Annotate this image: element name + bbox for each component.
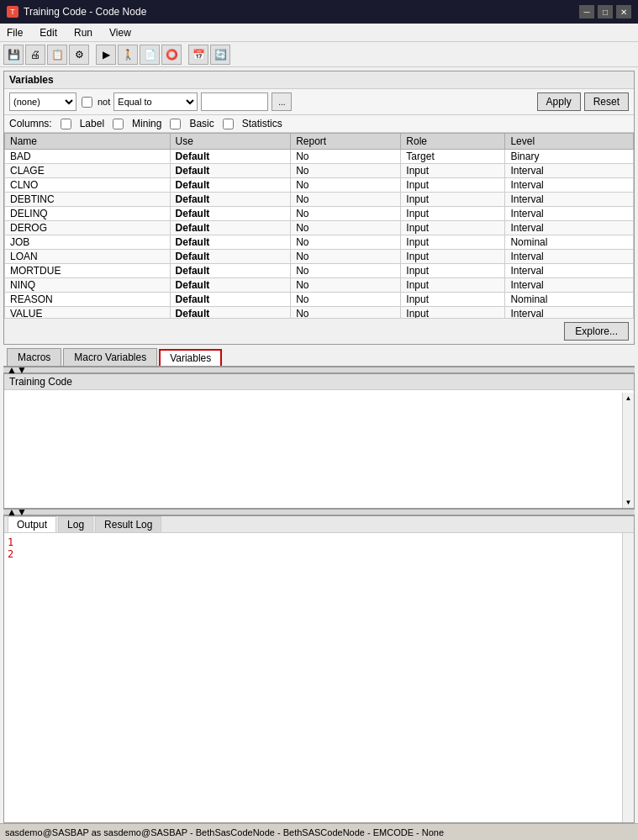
col-use[interactable]: Use (170, 134, 291, 150)
table-cell: Interval (505, 307, 634, 319)
table-cell: Input (401, 178, 505, 193)
reset-button[interactable]: Reset (584, 92, 629, 111)
toolbar-new[interactable]: 📄 (140, 45, 160, 65)
training-code-header: Training Code (4, 374, 634, 390)
toolbar-stop[interactable]: ⭕ (161, 45, 182, 65)
table-cell: Default (170, 221, 291, 235)
menu-run[interactable]: Run (71, 25, 96, 40)
table-cell: DEROG (5, 221, 171, 235)
table-row[interactable]: VALUEDefaultNoInputInterval (5, 307, 634, 319)
label-checkbox[interactable] (61, 119, 71, 129)
toolbar-save[interactable]: 💾 (3, 45, 24, 65)
minimize-button[interactable]: ─ (579, 5, 594, 18)
title-bar: T Training Code - Code Node ─ □ ✕ (0, 0, 638, 24)
table-cell: CLNO (5, 178, 171, 193)
output-scrollbar[interactable] (622, 533, 634, 822)
toolbar-run[interactable]: ▶ (96, 45, 116, 65)
toolbar-settings[interactable]: ⚙ (69, 45, 89, 65)
table-row[interactable]: MORTDUEDefaultNoInputInterval (5, 264, 634, 278)
table-cell: Input (401, 250, 505, 264)
col-report[interactable]: Report (291, 134, 401, 150)
table-row[interactable]: CLAGEDefaultNoInputInterval (5, 164, 634, 178)
table-cell: Interval (505, 250, 634, 264)
output-tab-output[interactable]: Output (8, 516, 56, 532)
statistics-checkbox[interactable] (223, 119, 234, 129)
table-cell: Input (401, 235, 505, 250)
table-cell: No (291, 264, 401, 278)
table-row[interactable]: NINQDefaultNoInputInterval (5, 278, 634, 293)
status-bar: sasdemo@SASBAP as sasdemo@SASBAP - BethS… (0, 823, 638, 840)
table-cell: Input (401, 264, 505, 278)
table-row[interactable]: DEBTINCDefaultNoInputInterval (5, 193, 634, 207)
tab-macros[interactable]: Macros (7, 348, 61, 366)
output-tab-result-log[interactable]: Result Log (95, 516, 161, 532)
output-tabs-row: Output Log Result Log (4, 516, 634, 533)
filter-dots-button[interactable]: ... (272, 92, 292, 111)
table-cell: No (291, 307, 401, 319)
training-code-scrollbar[interactable]: ▲ ▼ (622, 393, 634, 508)
col-level[interactable]: Level (505, 134, 634, 150)
toolbar-print[interactable]: 🖨 (25, 45, 45, 65)
output-tab-log[interactable]: Log (58, 516, 93, 532)
table-cell: JOB (5, 235, 171, 250)
table-cell: Default (170, 293, 291, 307)
col-role[interactable]: Role (401, 134, 505, 150)
table-cell: Input (401, 221, 505, 235)
table-cell: Interval (505, 264, 634, 278)
tab-variables[interactable]: Variables (159, 349, 222, 366)
table-row[interactable]: DELINQDefaultNoInputInterval (5, 207, 634, 221)
basic-checkbox[interactable] (170, 119, 181, 129)
training-code-editor[interactable] (4, 390, 634, 508)
mining-checkbox[interactable] (113, 119, 124, 129)
menu-view[interactable]: View (106, 25, 134, 40)
toolbar-calendar[interactable]: 📅 (188, 45, 208, 65)
table-row[interactable]: CLNODefaultNoInputInterval (5, 178, 634, 193)
table-cell: Default (170, 164, 291, 178)
table-row[interactable]: JOBDefaultNoInputNominal (5, 235, 634, 250)
table-cell: BAD (5, 150, 171, 164)
menu-file[interactable]: File (3, 25, 26, 40)
table-row[interactable]: BADDefaultNoTargetBinary (5, 150, 634, 164)
mining-check-label: Mining (132, 118, 161, 129)
table-cell: No (291, 207, 401, 221)
table-cell: Default (170, 193, 291, 207)
training-code-section: Training Code ▲ ▼ (3, 373, 635, 509)
explore-button[interactable]: Explore... (564, 322, 629, 341)
variables-table: Name Use Report Role Level BADDefaultNoT… (4, 133, 634, 318)
pane-divider-top[interactable]: ▲▼ (3, 367, 635, 373)
toolbar-copy[interactable]: 📋 (47, 45, 67, 65)
filter-value-input[interactable] (201, 92, 268, 111)
toolbar-refresh[interactable]: 🔄 (210, 45, 230, 65)
table-row[interactable]: DEROGDefaultNoInputInterval (5, 221, 634, 235)
variables-panel-header: Variables (4, 71, 634, 89)
output-content[interactable]: 1 2 (4, 533, 634, 822)
filter-dropdown[interactable]: (none) (9, 92, 76, 111)
table-cell: No (291, 278, 401, 293)
tab-macro-variables[interactable]: Macro Variables (63, 348, 157, 366)
table-cell: Input (401, 164, 505, 178)
not-checkbox[interactable] (82, 97, 92, 108)
menu-edit[interactable]: Edit (36, 25, 61, 40)
scroll-down-icon[interactable]: ▼ (624, 497, 634, 508)
apply-button[interactable]: Apply (537, 92, 581, 111)
toolbar-step[interactable]: 🚶 (118, 45, 138, 65)
condition-dropdown[interactable]: Equal to (113, 92, 198, 111)
table-cell: Interval (505, 278, 634, 293)
table-cell: Interval (505, 178, 634, 193)
scroll-up-icon[interactable]: ▲ (624, 393, 634, 404)
table-row[interactable]: REASONDefaultNoInputNominal (5, 293, 634, 307)
close-button[interactable]: ✕ (616, 5, 631, 18)
table-cell: REASON (5, 293, 171, 307)
tabs-row: Macros Macro Variables Variables (3, 348, 635, 367)
maximize-button[interactable]: □ (598, 5, 613, 18)
table-cell: Interval (505, 164, 634, 178)
table-cell: No (291, 178, 401, 193)
table-cell: No (291, 293, 401, 307)
output-line-2: 2 (8, 548, 630, 560)
table-row[interactable]: LOANDefaultNoInputInterval (5, 250, 634, 264)
table-cell: No (291, 150, 401, 164)
table-cell: Input (401, 193, 505, 207)
pane-divider-bottom[interactable]: ▲▼ (3, 509, 635, 515)
table-cell: Interval (505, 207, 634, 221)
col-name[interactable]: Name (5, 134, 171, 150)
